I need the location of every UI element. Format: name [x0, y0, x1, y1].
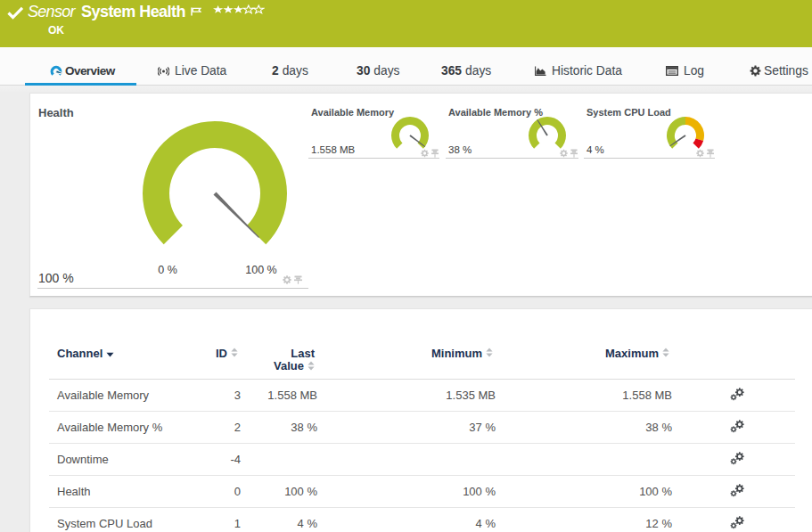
gauge-pin-icon[interactable] [431, 149, 439, 158]
tab-prefix: 30 [357, 64, 370, 78]
channel-row: Health0100 %100 %100 % [49, 476, 795, 508]
tab-prefix: 2 [272, 64, 279, 78]
channel-settings-gears-icon[interactable] [730, 388, 745, 404]
tab-overview[interactable]: Overview [26, 47, 115, 86]
gauge-gear-icon[interactable] [560, 149, 568, 158]
gauge-title: Available Memory [311, 107, 394, 118]
tab-label: days [283, 64, 308, 78]
gauge-value: 100 % [38, 271, 74, 285]
gauge-title: Health [38, 106, 74, 119]
tab-label: Historic Data [552, 64, 622, 78]
sort-toggle-icon [486, 347, 493, 360]
cell-id: 2 [170, 412, 249, 444]
column-header-max[interactable]: Maximum [504, 331, 680, 380]
cell-last: 1.558 MB [249, 380, 325, 412]
column-header-content: Maximum [605, 347, 669, 360]
cell-id: -4 [170, 444, 249, 476]
cell-last: 4 % [249, 508, 325, 532]
tab-live-data[interactable]: Live Data [158, 47, 226, 86]
cell-min: 37 % [325, 412, 504, 444]
sort-toggle-icon [662, 347, 669, 360]
tab-30-days[interactable]: 30days [357, 47, 400, 86]
cell-max [504, 444, 680, 476]
gauge-value: 4 % [586, 144, 604, 155]
column-label-line: Value [274, 359, 304, 372]
cell-min [325, 444, 504, 476]
column-header-channel[interactable]: Channel [49, 331, 170, 380]
historic-data-icon [534, 66, 546, 77]
sort-toggle-icon [231, 347, 238, 360]
column-label-line: Value [274, 360, 315, 373]
gauge-gear-icon[interactable] [696, 149, 704, 158]
cell-last: 38 % [249, 412, 325, 444]
gauge-arc-health [139, 118, 291, 247]
flag-icon[interactable] [191, 4, 201, 20]
gauge-scale-max: 100 % [245, 264, 276, 276]
gauge-pin-icon[interactable] [294, 275, 302, 284]
gauge-widget-icons [560, 149, 578, 158]
cell-actions [680, 476, 795, 508]
cell-min: 1.535 MB [325, 380, 504, 412]
tab-label: Overview [65, 64, 115, 78]
gauge-gear-icon[interactable] [283, 275, 291, 284]
gauge-value: 38 % [448, 144, 472, 155]
tab-settings[interactable]: Settings [750, 47, 808, 86]
column-header-id[interactable]: ID [170, 331, 249, 380]
tab-365-days[interactable]: 365days [441, 47, 491, 86]
gauge-scale-min: 0 % [158, 264, 177, 276]
channel-settings-gears-icon[interactable] [730, 452, 745, 468]
column-header-content: ID [216, 347, 238, 360]
live-data-icon [158, 66, 169, 77]
gauge-widget-health[interactable]: Health0 %100 %100 % [37, 101, 308, 289]
column-header-last[interactable]: LastValue [249, 331, 325, 380]
gauge-title: System CPU Load [586, 107, 671, 118]
channel-row: System CPU Load14 %4 %12 % [49, 508, 795, 532]
column-label: Channel [57, 347, 103, 360]
gauge-value: 1.558 MB [311, 144, 355, 155]
tab-historic-data[interactable]: Historic Data [534, 47, 622, 86]
channel-table: ChannelIDLastValueMinimumMaximumAvailabl… [49, 331, 795, 532]
column-label: ID [216, 347, 227, 360]
cell-channel[interactable]: Available Memory % [49, 412, 170, 444]
tab-2-days[interactable]: 2days [272, 47, 308, 86]
tab-prefix: 365 [441, 64, 462, 78]
cell-channel[interactable]: Available Memory [49, 380, 170, 412]
channel-settings-gears-icon[interactable] [730, 516, 745, 532]
gauge-widget-available-memory[interactable]: Available Memory1.558 MB [308, 101, 439, 159]
cell-last: 100 % [249, 476, 325, 508]
column-label: Maximum [605, 347, 659, 360]
cell-max: 12 % [504, 508, 680, 532]
gauge-icon [50, 65, 62, 77]
channel-row: Available Memory %238 %37 %38 % [49, 412, 795, 444]
gauge-arc-available-memory [388, 113, 432, 150]
cell-channel[interactable]: System CPU Load [49, 508, 170, 532]
gauge-widget-available-memory-pct[interactable]: Available Memory %38 % [446, 101, 578, 159]
cell-channel[interactable]: Health [49, 476, 170, 508]
tab-label: Settings [764, 64, 808, 78]
tab-label: Log [684, 64, 704, 78]
gauge-pin-icon[interactable] [570, 149, 578, 158]
gauges-panel: Health0 %100 %100 %Available Memory1.558… [29, 93, 812, 297]
gauge-widget-icons [696, 149, 714, 158]
priority-stars[interactable] [213, 3, 265, 19]
active-tab-underline [25, 83, 136, 86]
prtg-sensor-page: Sensor System Health OK OverviewLive Dat… [0, 0, 812, 532]
check-icon [7, 6, 24, 23]
gauge-gear-icon[interactable] [421, 149, 429, 158]
gauge-pin-icon[interactable] [707, 149, 714, 158]
tab-log[interactable]: Log [666, 47, 704, 86]
tab-label: days [465, 64, 491, 78]
column-label: Minimum [431, 347, 482, 360]
cell-id: 0 [170, 476, 249, 508]
gauge-widget-icons [283, 275, 302, 284]
channel-row: Available Memory31.558 MB1.535 MB1.558 M… [49, 380, 795, 412]
cell-id: 1 [170, 508, 249, 532]
cell-channel[interactable]: Downtime [49, 444, 170, 476]
gauge-widget-system-cpu-load[interactable]: System CPU Load4 % [584, 101, 715, 159]
status-badge: OK [48, 24, 64, 37]
sensor-kind-label: Sensor [28, 1, 75, 23]
sort-desc-icon [106, 347, 114, 360]
column-header-min[interactable]: Minimum [325, 331, 504, 380]
channel-settings-gears-icon[interactable] [730, 484, 745, 500]
channel-settings-gears-icon[interactable] [730, 420, 745, 436]
